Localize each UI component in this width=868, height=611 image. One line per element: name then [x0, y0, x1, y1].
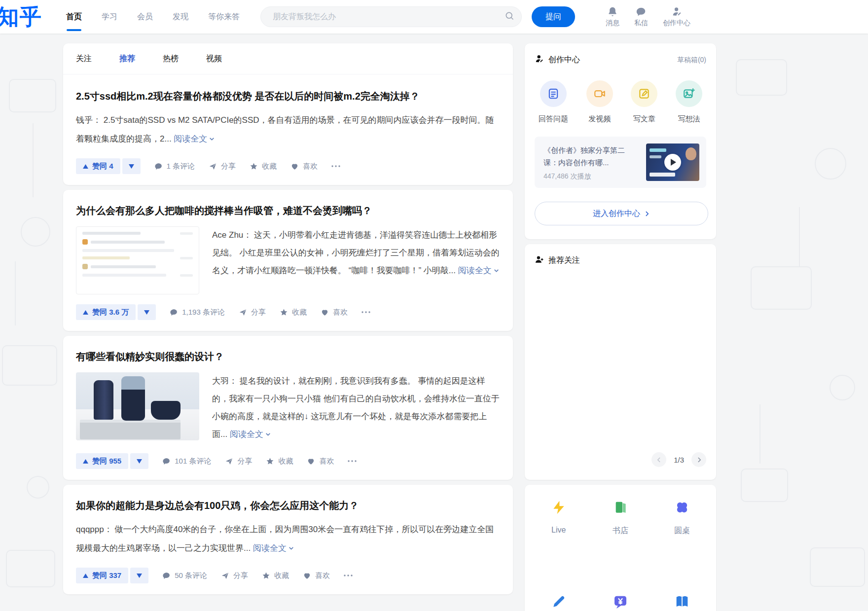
- shortcut-answer-question[interactable]: 回答问题: [539, 80, 568, 124]
- creator-course-promo[interactable]: 《创作者》独家分享第二课：内容创作有哪... 447,486 次播放: [535, 137, 706, 188]
- answer-excerpt: qqqppp： 做一个大约高度40米的台子，你坐在上面，因为周围30米会一直有鸡…: [76, 520, 500, 558]
- like-button[interactable]: 喜欢: [303, 571, 330, 580]
- chevron-right-icon: [696, 457, 702, 463]
- question-title[interactable]: 有哪些看似精妙实则很蠢的设计？: [76, 348, 500, 365]
- share-button[interactable]: 分享: [225, 457, 252, 466]
- ask-question-button[interactable]: 提问: [532, 6, 575, 27]
- zhihu-logo[interactable]: 知乎: [0, 0, 42, 34]
- tab-hot-list[interactable]: 热榜: [163, 54, 179, 64]
- downvote-button[interactable]: [130, 453, 148, 469]
- creator-person-icon: [671, 6, 682, 17]
- triangle-down-icon: [137, 573, 142, 578]
- action-bar: 赞同 337 50 条评论 分享 收藏 喜欢: [76, 568, 500, 583]
- upvote-button[interactable]: 赞同 337: [76, 568, 128, 583]
- share-button[interactable]: 分享: [239, 308, 266, 317]
- collect-button[interactable]: 收藏: [266, 457, 293, 466]
- more-options-button[interactable]: [362, 311, 370, 314]
- comments-button[interactable]: 1 条评论: [154, 162, 195, 171]
- shortcut-write-idea[interactable]: 写想法: [676, 80, 702, 124]
- excerpt-text: 钱乎： 2.5寸sata的SSD vs M2 SATA/PCIe的SSD，各自有…: [76, 115, 494, 144]
- follow-card-title: 推荐关注: [548, 255, 580, 266]
- collect-button[interactable]: 收藏: [250, 162, 277, 171]
- more-options-button[interactable]: [344, 574, 353, 577]
- pencil-icon: [551, 594, 567, 610]
- upvote-button[interactable]: 赞同 955: [76, 453, 128, 469]
- nav-item-home[interactable]: 首页: [66, 10, 82, 24]
- share-plane-icon: [221, 572, 229, 580]
- read-more-link[interactable]: 阅读全文: [253, 543, 294, 553]
- more-dots-icon: [348, 460, 357, 463]
- service-live[interactable]: Live: [528, 500, 589, 563]
- like-button[interactable]: 喜欢: [307, 457, 334, 466]
- feed-item-1: 2.5寸ssd相比m.2现在容量价格都没优势 是否在以后的时间被m.2完全淘汰掉…: [63, 74, 513, 185]
- search-box[interactable]: [260, 6, 522, 27]
- upvote-button[interactable]: 赞同 3.6 万: [76, 304, 136, 320]
- downvote-button[interactable]: [138, 304, 156, 320]
- play-icon[interactable]: [664, 154, 681, 171]
- notifications-button[interactable]: 消息: [606, 6, 619, 28]
- more-options-button[interactable]: [348, 460, 357, 463]
- question-title[interactable]: 2.5寸ssd相比m.2现在容量价格都没优势 是否在以后的时间被m.2完全淘汰掉…: [76, 87, 500, 105]
- nav-item-answer-waiting[interactable]: 等你来答: [208, 10, 240, 24]
- feed-card-3: 有哪些看似精妙实则很蠢的设计？ 大羽： 提名我的设计，就在刚刚，我意识到我有多蠢…: [63, 336, 513, 480]
- lightning-icon: [551, 500, 567, 515]
- service-bookstore[interactable]: 书店: [589, 500, 651, 563]
- service-roundtable[interactable]: 圆桌: [651, 500, 713, 563]
- comments-button[interactable]: 1,193 条评论: [170, 308, 225, 317]
- answer-thumbnail-photo[interactable]: [76, 372, 199, 440]
- clover-icon: [674, 500, 690, 515]
- like-button[interactable]: 喜欢: [290, 162, 318, 171]
- tab-video[interactable]: 视频: [206, 54, 222, 64]
- creator-center-button[interactable]: 创作中心: [663, 6, 690, 28]
- collect-button[interactable]: 收藏: [262, 571, 289, 580]
- more-options-button[interactable]: [331, 165, 340, 168]
- promo-title: 《创作者》独家分享第二课：内容创作有哪...: [543, 144, 639, 169]
- feed-column: 关注 推荐 热榜 视频 2.5寸ssd相比m.2现在容量价格都没优势 是否在以后…: [63, 43, 513, 599]
- drafts-link[interactable]: 草稿箱(0): [677, 56, 706, 65]
- service-paid-consult[interactable]: 付费咨询: [589, 594, 651, 611]
- idea-image-icon: [676, 80, 702, 107]
- user-actions: 消息 私信 创作中心: [606, 6, 690, 28]
- question-title[interactable]: 如果你的超能力是身边总会有100只鸡，你会怎么应用这个能力？: [76, 497, 500, 514]
- shortcut-write-article[interactable]: 写文章: [631, 80, 657, 124]
- shortcut-post-video[interactable]: 发视频: [586, 80, 613, 124]
- tab-following[interactable]: 关注: [76, 54, 92, 64]
- answer-thumbnail-comments[interactable]: [76, 226, 199, 294]
- comment-icon: [162, 572, 171, 580]
- pagination-next-button[interactable]: [691, 452, 706, 467]
- nav-item-discover[interactable]: 发现: [173, 10, 188, 24]
- video-camera-icon: [586, 80, 613, 107]
- upvote-button[interactable]: 赞同 4: [76, 158, 120, 174]
- pagination-prev-button[interactable]: [651, 452, 666, 467]
- promo-video-thumbnail[interactable]: [646, 144, 699, 181]
- service-encyclopedia[interactable]: 百科: [651, 594, 713, 611]
- tab-recommended[interactable]: 推荐: [119, 54, 135, 64]
- triangle-down-icon: [129, 164, 134, 169]
- comment-icon: [170, 308, 178, 317]
- messages-button[interactable]: 私信: [634, 6, 648, 28]
- service-column[interactable]: 专栏: [528, 594, 589, 611]
- follow-pagination: 1/3: [535, 452, 706, 468]
- read-more-link[interactable]: 阅读全文: [230, 430, 271, 439]
- nav-item-learn[interactable]: 学习: [102, 10, 117, 24]
- read-more-link[interactable]: 阅读全文: [174, 134, 215, 144]
- answer-excerpt: 钱乎： 2.5寸sata的SSD vs M2 SATA/PCIe的SSD，各自有…: [76, 111, 500, 148]
- collect-button[interactable]: 收藏: [280, 308, 307, 317]
- downvote-button[interactable]: [130, 568, 148, 583]
- downvote-button[interactable]: [122, 158, 141, 174]
- like-button[interactable]: 喜欢: [321, 308, 348, 317]
- search-icon[interactable]: [505, 11, 514, 23]
- comments-button[interactable]: 101 条评论: [162, 457, 211, 466]
- share-button[interactable]: 分享: [209, 162, 236, 171]
- star-icon: [266, 457, 274, 466]
- comments-button[interactable]: 50 条评论: [162, 571, 207, 580]
- share-button[interactable]: 分享: [221, 571, 248, 580]
- heart-icon: [307, 457, 315, 466]
- triangle-up-icon: [83, 459, 88, 464]
- read-more-link[interactable]: 阅读全文: [458, 266, 500, 275]
- chevron-down-icon: [209, 136, 215, 142]
- nav-item-member[interactable]: 会员: [137, 10, 153, 24]
- enter-creator-center-button[interactable]: 进入创作中心: [535, 202, 708, 225]
- search-input[interactable]: [272, 12, 505, 22]
- question-title[interactable]: 为什么会有那么多人把咖啡的搅拌棒当作吸管，难道不会烫到嘴吗？: [76, 202, 500, 219]
